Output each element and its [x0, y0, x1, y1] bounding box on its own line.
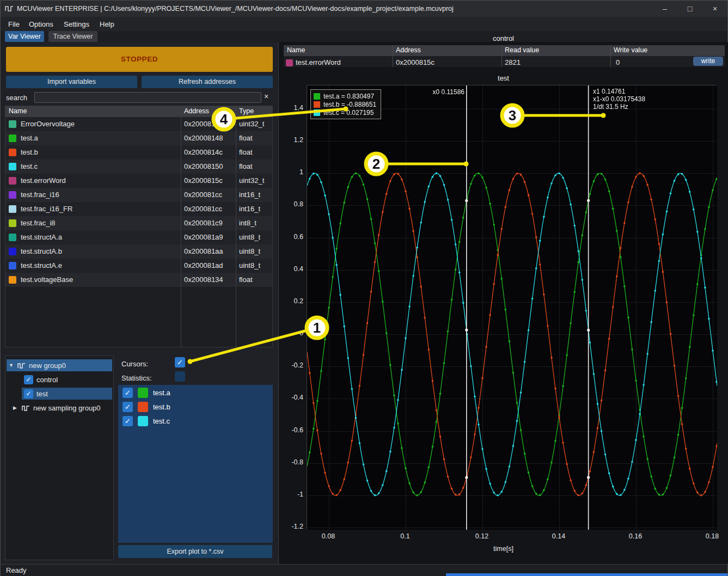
series-color-swatch[interactable]	[138, 402, 148, 412]
variable-name: test.frac_i8	[21, 219, 56, 227]
series-visibility-checkbox[interactable]: ✓	[123, 388, 133, 398]
y-axis-tick-label: 0.8	[279, 200, 303, 208]
table-row[interactable]: test.frac_i160x200081ccint16_t	[5, 188, 272, 202]
y-axis-tick-label: -0.8	[279, 458, 303, 466]
variable-name: test.structA.a	[21, 233, 62, 241]
y-axis-tick-label: -0.2	[279, 361, 303, 369]
variable-type: uint8_t	[239, 247, 260, 255]
menu-file[interactable]: File	[6, 19, 22, 29]
y-axis-tick-label: 0	[279, 329, 303, 337]
variable-color-swatch	[9, 149, 16, 156]
chevron-down-icon[interactable]: ▼	[9, 363, 14, 368]
variable-type: uint8_t	[239, 261, 260, 269]
series-color-swatch[interactable]	[138, 416, 148, 426]
column-header-name[interactable]: Name	[9, 107, 27, 115]
table-row[interactable]: ErrorOvervoltage0x200081uint32_t	[5, 117, 272, 131]
plot-label: control	[36, 376, 58, 384]
acquisition-state-button[interactable]: STOPPED	[6, 47, 273, 72]
column-header-read-value[interactable]: Read value	[505, 46, 539, 54]
variable-type: float	[239, 162, 253, 170]
table-row[interactable]: test.structA.e0x200081aduint8_t	[5, 259, 272, 273]
close-button[interactable]: ×	[702, 1, 727, 17]
column-divider	[610, 45, 611, 67]
legend-entry[interactable]: test.c = 0.027195	[314, 108, 376, 117]
column-header-type[interactable]: Type	[239, 107, 254, 115]
control-table: Name Address Read value Write value test…	[284, 45, 725, 67]
column-header-address[interactable]: Address	[396, 46, 421, 54]
tree-group-new-sampling-group0[interactable]: ▶ new sampling group0	[11, 402, 112, 414]
variable-name: test.c	[21, 162, 38, 170]
maximize-button[interactable]: □	[677, 1, 702, 17]
menu-options[interactable]: Options	[27, 19, 56, 29]
variable-type: uint32_t	[239, 120, 264, 128]
tab-var-viewer[interactable]: Var Viewer	[5, 31, 44, 42]
write-value-field[interactable]: 0	[616, 58, 620, 66]
variables-table: Name Address Type ErrorOvervoltage0x2000…	[5, 106, 273, 347]
legend-entry[interactable]: test.b = -0.888651	[314, 100, 376, 108]
plot-series-list: ✓test.a✓test.b✓test.c	[118, 385, 273, 543]
export-csv-button[interactable]: Export plot to *.csv	[118, 545, 272, 558]
plot-visibility-checkbox[interactable]: ✓	[24, 375, 33, 384]
table-row[interactable]: test.voltageBase0x20008134float	[5, 273, 272, 287]
column-header-name[interactable]: Name	[287, 46, 305, 54]
table-row[interactable]: test.frac_i80x200081c9int8_t	[5, 216, 272, 230]
variable-color-swatch	[9, 276, 16, 284]
variable-color-swatch	[9, 177, 16, 185]
variable-name: test.errorWord	[21, 176, 66, 185]
clear-search-icon[interactable]: ×	[264, 92, 268, 101]
group-label: new sampling group0	[33, 404, 101, 412]
legend-swatch	[314, 109, 320, 116]
menu-settings[interactable]: Settings	[62, 19, 91, 29]
variable-color-swatch	[9, 120, 16, 128]
plot-series-row[interactable]: ✓test.b	[118, 401, 273, 415]
plot-canvas[interactable]	[307, 85, 717, 530]
series-visibility-checkbox[interactable]: ✓	[123, 402, 133, 412]
plot-series-row[interactable]: ✓test.c	[118, 415, 273, 429]
variable-color-swatch	[9, 234, 16, 241]
column-header-address[interactable]: Address	[184, 107, 209, 115]
cursors-checkbox[interactable]: ✓	[175, 357, 185, 367]
refresh-addresses-button[interactable]: Refresh addresses	[142, 76, 273, 88]
plot-visibility-checkbox[interactable]: ✓	[24, 389, 33, 399]
table-row[interactable]: test.errorWord0x2000815cuint32_t	[5, 174, 272, 188]
series-color-swatch[interactable]	[138, 388, 148, 398]
variable-color-swatch	[9, 163, 16, 170]
series-label: test.c	[153, 417, 170, 425]
statistics-checkbox[interactable]	[175, 371, 185, 382]
table-row[interactable]: test.frac_i16_FR0x200081ccint16_t	[5, 202, 272, 216]
variable-type: float	[239, 275, 253, 284]
app-window: MCUViewer ENTERPRISE | C:/Users/klonyyy/…	[0, 0, 728, 576]
search-label: search	[6, 94, 27, 102]
table-row[interactable]: test.b0x2000814cfloat	[5, 145, 272, 160]
table-row[interactable]: test.structA.a0x200081a9uint8_t	[5, 230, 272, 244]
write-button[interactable]: write	[693, 57, 723, 66]
minimize-button[interactable]: –	[652, 1, 677, 17]
y-axis-tick-label: -1	[279, 491, 303, 498]
column-header-write-value[interactable]: Write value	[614, 46, 647, 54]
test-plot[interactable]: test.a = 0.830497 test.b = -0.888651 tes…	[307, 85, 717, 529]
variable-address: 0x200081aa	[184, 247, 223, 255]
table-row[interactable]: test.structA.b0x200081aauint8_t	[5, 244, 272, 259]
variable-name[interactable]: test.errorWord	[296, 58, 341, 66]
app-icon	[5, 4, 14, 13]
menu-help[interactable]: Help	[97, 19, 117, 29]
y-axis-tick-label: 0.6	[279, 233, 303, 241]
series-visibility-checkbox[interactable]: ✓	[123, 416, 133, 426]
variable-address: 0x200081c9	[184, 219, 223, 227]
variable-color-swatch	[286, 59, 293, 66]
cursors-label: Cursors:	[121, 360, 148, 368]
chevron-right-icon[interactable]: ▶	[13, 405, 19, 410]
table-row[interactable]: test.a0x20008148float	[5, 131, 272, 145]
plot-series-row[interactable]: ✓test.a	[118, 387, 273, 401]
variable-type: int16_t	[239, 191, 260, 199]
import-variables-button[interactable]: Import variables	[6, 76, 137, 88]
search-input[interactable]	[34, 92, 261, 103]
tab-trace-viewer[interactable]: Trace Viewer	[48, 31, 97, 42]
tree-group-new-group0[interactable]: ▼ new group0	[7, 359, 112, 371]
status-text: Ready	[6, 565, 27, 576]
tree-item-test[interactable]: ✓ test	[22, 388, 112, 400]
table-row[interactable]: test.c0x20008150float	[5, 160, 272, 174]
y-axis-tick-label: 0.4	[279, 265, 303, 273]
tree-item-control[interactable]: ✓ control	[22, 373, 112, 385]
cursor-x0-label: x0 0.11586	[307, 88, 464, 96]
